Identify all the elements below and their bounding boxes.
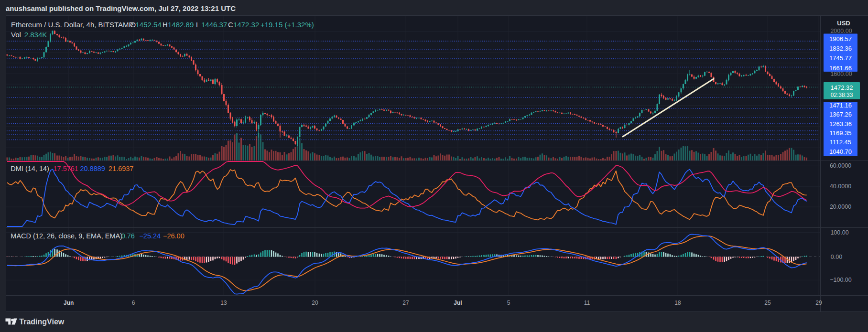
svg-text:29: 29 bbox=[815, 300, 822, 306]
svg-text:20.0000: 20.0000 bbox=[830, 203, 851, 210]
svg-text:1040.70: 1040.70 bbox=[829, 148, 852, 155]
svg-text:02:38:33: 02:38:33 bbox=[831, 92, 853, 98]
svg-text:40.0000: 40.0000 bbox=[830, 183, 851, 190]
svg-text:−26.00: −26.00 bbox=[163, 232, 184, 240]
svg-text:USD: USD bbox=[837, 20, 850, 27]
svg-text:1661.66: 1661.66 bbox=[829, 64, 852, 72]
svg-text:1832.36: 1832.36 bbox=[829, 45, 852, 52]
svg-text:0.76: 0.76 bbox=[121, 232, 135, 240]
svg-text:25: 25 bbox=[764, 300, 771, 306]
svg-text:TradingView: TradingView bbox=[19, 318, 65, 326]
svg-text:2000.00: 2000.00 bbox=[830, 28, 852, 34]
svg-text:1472.32: 1472.32 bbox=[831, 84, 853, 91]
svg-text:100.00: 100.00 bbox=[830, 229, 848, 236]
svg-text:18: 18 bbox=[674, 300, 681, 306]
svg-text:O: O bbox=[130, 21, 136, 29]
svg-text:C: C bbox=[228, 21, 233, 29]
svg-text:11: 11 bbox=[584, 300, 590, 306]
svg-text:−25.24: −25.24 bbox=[139, 232, 161, 240]
svg-text:60.0000: 60.0000 bbox=[830, 162, 851, 169]
svg-text:20.8889: 20.8889 bbox=[80, 165, 105, 172]
svg-text:27: 27 bbox=[402, 300, 409, 306]
svg-text:17.5761: 17.5761 bbox=[54, 165, 78, 172]
svg-text:2.834K: 2.834K bbox=[24, 31, 47, 39]
svg-text:21.6937: 21.6937 bbox=[108, 165, 133, 172]
svg-text:1263.36: 1263.36 bbox=[829, 120, 852, 128]
svg-text:1367.26: 1367.26 bbox=[829, 111, 852, 118]
svg-text:anushsamal published on Tradin: anushsamal published on TradingView.com,… bbox=[6, 4, 236, 12]
svg-text:1482.89: 1482.89 bbox=[168, 21, 194, 29]
svg-text:13: 13 bbox=[220, 300, 227, 306]
svg-text:+19.15 (+1.32%): +19.15 (+1.32%) bbox=[260, 21, 314, 29]
svg-text:Ethereum / U.S. Dollar, 4h, BI: Ethereum / U.S. Dollar, 4h, BITSTAMP bbox=[11, 21, 133, 29]
svg-text:L: L bbox=[196, 21, 200, 29]
svg-text:1446.37: 1446.37 bbox=[201, 21, 227, 29]
svg-text:H: H bbox=[163, 21, 168, 29]
svg-text:Vol: Vol bbox=[11, 31, 21, 39]
svg-text:5: 5 bbox=[507, 300, 510, 306]
svg-text:20: 20 bbox=[312, 300, 318, 306]
svg-text:DMI (14, 14): DMI (14, 14) bbox=[11, 165, 49, 172]
svg-text:1472.32: 1472.32 bbox=[233, 21, 259, 29]
svg-text:0.00: 0.00 bbox=[831, 254, 842, 260]
svg-text:Jun: Jun bbox=[64, 300, 74, 306]
svg-text:1112.45: 1112.45 bbox=[830, 139, 851, 146]
svg-text:1745.77: 1745.77 bbox=[829, 54, 852, 62]
svg-text:−100.00: −100.00 bbox=[830, 277, 852, 283]
svg-text:1600.00: 1600.00 bbox=[830, 71, 852, 77]
svg-text:1452.54: 1452.54 bbox=[136, 21, 162, 29]
svg-text:MACD (12, 26, close, 9, EMA, E: MACD (12, 26, close, 9, EMA, EMA) bbox=[11, 232, 122, 240]
svg-text:1906.57: 1906.57 bbox=[829, 35, 852, 43]
svg-text:6: 6 bbox=[132, 300, 135, 306]
svg-text:Jul: Jul bbox=[454, 300, 462, 306]
svg-text:1169.35: 1169.35 bbox=[829, 129, 851, 137]
svg-text:1471.16: 1471.16 bbox=[829, 102, 852, 109]
